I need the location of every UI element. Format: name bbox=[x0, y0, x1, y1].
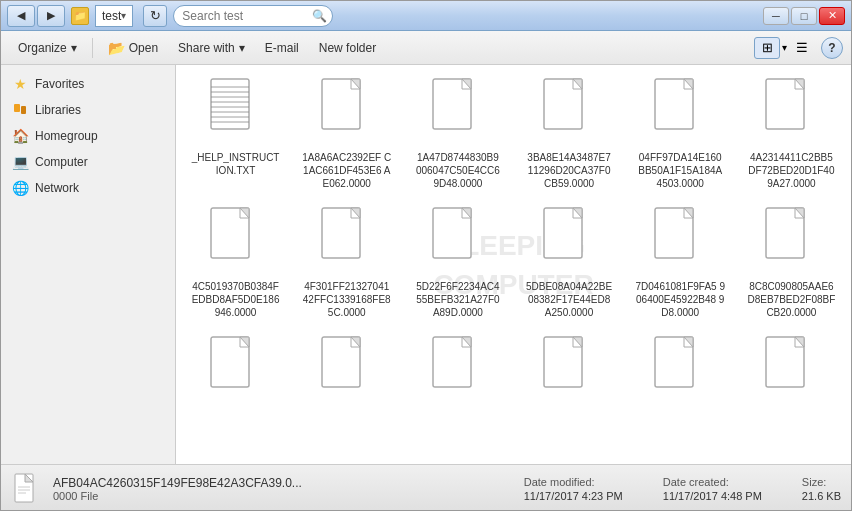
favorites-label: Favorites bbox=[35, 77, 84, 91]
forward-button[interactable]: ▶ bbox=[37, 5, 65, 27]
file-item[interactable]: 1A8A6AC2392EF C1AC661DF453E6 AE062.0000 bbox=[293, 71, 400, 196]
file-icon-16 bbox=[650, 335, 710, 405]
file-item[interactable]: 7D0461081F9FA5 906400E45922B48 9D8.0000 bbox=[627, 200, 734, 325]
search-input[interactable] bbox=[173, 5, 333, 27]
file-item[interactable] bbox=[738, 329, 845, 415]
folder-icon: 📁 bbox=[71, 7, 89, 25]
svg-rect-17 bbox=[544, 79, 582, 129]
svg-rect-59 bbox=[766, 337, 804, 387]
file-icon-6 bbox=[206, 206, 266, 276]
file-item[interactable] bbox=[182, 329, 289, 415]
toolbar: Organize ▾ 📂 Open Share with ▾ E-mail Ne… bbox=[1, 31, 851, 65]
status-meta: Date modified: 11/17/2017 4:23 PM Date c… bbox=[524, 476, 841, 502]
status-file-icon bbox=[11, 473, 43, 505]
file-item[interactable]: 4A2314411C2BB5 DF72BED20D1F40 9A27.0000 bbox=[738, 71, 845, 196]
email-button[interactable]: E-mail bbox=[256, 35, 308, 61]
file-item[interactable]: 4C5019370B0384F EDBD8AF5D0E186 946.0000 bbox=[182, 200, 289, 325]
svg-rect-50 bbox=[433, 337, 471, 387]
file-name-1: 1A8A6AC2392EF C1AC661DF453E6 AE062.0000 bbox=[302, 151, 392, 190]
sidebar: ★ Favorites Libraries 🏠 Homegroup 💻 Comp… bbox=[1, 65, 176, 464]
sidebar-item-computer[interactable]: 💻 Computer bbox=[1, 149, 175, 175]
address-dropdown-icon[interactable]: ▾ bbox=[121, 10, 126, 21]
created-label: Date created: bbox=[663, 476, 762, 488]
nav-buttons: ◀ ▶ bbox=[7, 5, 65, 27]
refresh-button[interactable]: ↻ bbox=[143, 5, 167, 27]
view-controls: ⊞ ▾ ☰ ? bbox=[754, 37, 843, 59]
size-value: 21.6 KB bbox=[802, 490, 841, 502]
file-item[interactable]: 4F301FF21327041 42FFC1339168FE8 5C.0000 bbox=[293, 200, 400, 325]
title-bar: ◀ ▶ 📁 test ▾ ↻ 🔍 ─ □ ✕ bbox=[1, 1, 851, 31]
status-bar: AFB04AC4260315F149FE98E42A3CFA39.0... 00… bbox=[1, 464, 851, 511]
file-icon-0 bbox=[206, 77, 266, 147]
file-icon-12 bbox=[206, 335, 266, 405]
file-item[interactable]: 04FF97DA14E160 BB50A1F15A184A 4503.0000 bbox=[627, 71, 734, 196]
svg-rect-41 bbox=[766, 208, 804, 258]
libraries-icon bbox=[11, 101, 29, 119]
file-item[interactable]: 5D22F6F2234AC4 55BEFB321A27F0 A89D.0000 bbox=[404, 200, 511, 325]
title-bar-left: ◀ ▶ 📁 test ▾ ↻ 🔍 bbox=[7, 5, 333, 27]
file-icon-7 bbox=[317, 206, 377, 276]
address-bar[interactable]: test ▾ bbox=[95, 5, 133, 27]
help-button[interactable]: ? bbox=[821, 37, 843, 59]
file-item[interactable] bbox=[293, 329, 400, 415]
sidebar-item-libraries[interactable]: Libraries bbox=[1, 97, 175, 123]
file-name-4: 04FF97DA14E160 BB50A1F15A184A 4503.0000 bbox=[635, 151, 725, 190]
file-item[interactable]: 5DBE08A04A22BE 08382F17E44ED8 A250.0000 bbox=[515, 200, 622, 325]
file-grid: _HELP_INSTRUCT ION.TXT 1A8A6AC2392EF C1A… bbox=[182, 71, 845, 415]
svg-rect-20 bbox=[655, 79, 693, 129]
maximize-button[interactable]: □ bbox=[791, 7, 817, 25]
file-item[interactable] bbox=[515, 329, 622, 415]
new-folder-label: New folder bbox=[319, 41, 376, 55]
open-button[interactable]: 📂 Open bbox=[99, 35, 167, 61]
status-filename: AFB04AC4260315F149FE98E42A3CFA39.0... bbox=[53, 476, 514, 490]
close-button[interactable]: ✕ bbox=[819, 7, 845, 25]
file-item[interactable] bbox=[404, 329, 511, 415]
open-label: Open bbox=[129, 41, 158, 55]
computer-label: Computer bbox=[35, 155, 88, 169]
file-area: BLEEPING COMPUTER _HELP_INSTRUCT ION.TXT… bbox=[176, 65, 851, 464]
organize-dropdown-icon: ▾ bbox=[71, 41, 77, 55]
view-medium-icons-button[interactable]: ⊞ bbox=[754, 37, 780, 59]
status-size: Size: 21.6 KB bbox=[802, 476, 841, 502]
file-item[interactable]: _HELP_INSTRUCT ION.TXT bbox=[182, 71, 289, 196]
file-name-2: 1A47D8744830B9 006047C50E4CC6 9D48.0000 bbox=[413, 151, 503, 190]
created-value: 11/17/2017 4:48 PM bbox=[663, 490, 762, 502]
file-name-10: 7D0461081F9FA5 906400E45922B48 9D8.0000 bbox=[635, 280, 725, 319]
file-name-6: 4C5019370B0384F EDBD8AF5D0E186 946.0000 bbox=[191, 280, 281, 319]
sidebar-item-homegroup[interactable]: 🏠 Homegroup bbox=[1, 123, 175, 149]
svg-rect-23 bbox=[766, 79, 804, 129]
minimize-button[interactable]: ─ bbox=[763, 7, 789, 25]
file-name-0: _HELP_INSTRUCT ION.TXT bbox=[191, 151, 281, 177]
share-label: Share with bbox=[178, 41, 235, 55]
share-with-button[interactable]: Share with ▾ bbox=[169, 35, 254, 61]
view-dropdown-icon[interactable]: ▾ bbox=[782, 42, 787, 53]
file-item[interactable]: 8C8C090805AAE6 D8EB7BED2F08BF CB20.0000 bbox=[738, 200, 845, 325]
organize-button[interactable]: Organize ▾ bbox=[9, 35, 86, 61]
homegroup-label: Homegroup bbox=[35, 129, 98, 143]
modified-label: Date modified: bbox=[524, 476, 623, 488]
file-icon-9 bbox=[539, 206, 599, 276]
search-wrapper: 🔍 bbox=[173, 5, 333, 27]
file-icon-2 bbox=[428, 77, 488, 147]
svg-rect-29 bbox=[322, 208, 360, 258]
sidebar-item-favorites[interactable]: ★ Favorites bbox=[1, 71, 175, 97]
search-icon[interactable]: 🔍 bbox=[312, 9, 327, 23]
svg-rect-44 bbox=[211, 337, 249, 387]
computer-icon: 💻 bbox=[11, 153, 29, 171]
status-info: AFB04AC4260315F149FE98E42A3CFA39.0... 00… bbox=[53, 476, 514, 502]
svg-rect-32 bbox=[433, 208, 471, 258]
file-item[interactable]: 1A47D8744830B9 006047C50E4CC6 9D48.0000 bbox=[404, 71, 511, 196]
file-name-9: 5DBE08A04A22BE 08382F17E44ED8 A250.0000 bbox=[524, 280, 614, 319]
file-item[interactable] bbox=[627, 329, 734, 415]
modified-value: 11/17/2017 4:23 PM bbox=[524, 490, 623, 502]
file-name-8: 5D22F6F2234AC4 55BEFB321A27F0 A89D.0000 bbox=[413, 280, 503, 319]
new-folder-button[interactable]: New folder bbox=[310, 35, 385, 61]
file-icon-5 bbox=[761, 77, 821, 147]
file-name-3: 3BA8E14A3487E7 11296D20CA37F0 CB59.0000 bbox=[524, 151, 614, 190]
view-details-button[interactable]: ☰ bbox=[789, 37, 815, 59]
sidebar-item-network[interactable]: 🌐 Network bbox=[1, 175, 175, 201]
back-button[interactable]: ◀ bbox=[7, 5, 35, 27]
file-icon-10 bbox=[650, 206, 710, 276]
file-item[interactable]: 3BA8E14A3487E7 11296D20CA37F0 CB59.0000 bbox=[515, 71, 622, 196]
svg-rect-11 bbox=[322, 79, 360, 129]
